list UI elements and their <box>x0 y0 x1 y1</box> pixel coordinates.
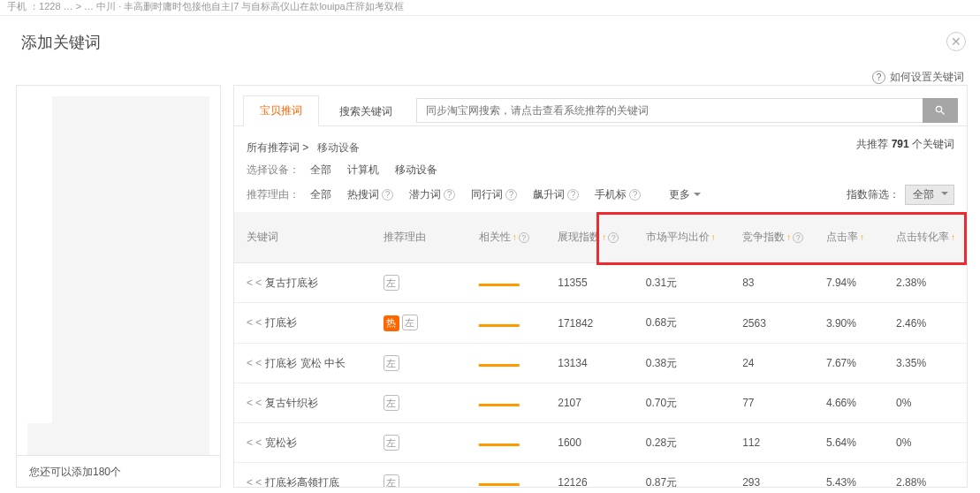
reason-all[interactable]: 全部 <box>310 187 331 202</box>
add-keyword-button[interactable]: < < <box>247 436 262 449</box>
table-row: < <打底衫 宽松 中长左▬▬▬▬▬131340.38元247.67%3.35% <box>234 344 967 383</box>
help-icon[interactable]: ? <box>505 189 517 201</box>
close-button[interactable]: ✕ <box>946 32 966 51</box>
help-icon[interactable]: ? <box>444 189 455 201</box>
reason-soar[interactable]: 飙升词? <box>533 187 579 202</box>
selected-keywords-panel: 您还可以添加180个 <box>16 85 221 488</box>
filter-block: 共推荐 791 个关键词 所有推荐词 > 移动设备 选择设备： 全部 计算机 移… <box>234 126 967 212</box>
cell-ctr: 7.94% <box>817 263 887 303</box>
reason-phone[interactable]: 手机标? <box>595 187 641 202</box>
cell-bid: 0.28元 <box>637 423 733 463</box>
col-cvr[interactable]: 点击转化率↑ <box>887 212 967 263</box>
filter-device: 选择设备： 全部 计算机 移动设备 <box>247 159 954 181</box>
cell-impressions: 2107 <box>549 383 636 423</box>
add-keyword-button[interactable]: < < <box>247 476 262 488</box>
add-keyword-button[interactable]: < < <box>247 357 262 369</box>
keyword-text: 打底衫 宽松 中长 <box>265 357 346 369</box>
cell-impressions: 12126 <box>549 463 636 488</box>
search-input[interactable] <box>416 98 923 123</box>
cell-cvr: 3.35% <box>887 344 967 383</box>
cell-competition: 83 <box>733 263 817 303</box>
cell-impressions: 171842 <box>549 303 636 344</box>
col-keyword: 关键词 <box>234 212 375 263</box>
cell-ctr: 3.90% <box>817 303 887 344</box>
left-badge-icon: 左 <box>384 275 399 291</box>
help-icon[interactable]: ? <box>382 189 393 201</box>
col-impressions[interactable]: 展现指数↑? <box>549 212 636 263</box>
cell-reason: 左 <box>375 383 470 423</box>
table-row: < <宽松衫左▬▬▬▬▬16000.28元1125.64%0% <box>234 423 967 463</box>
keyword-table: 关键词 推荐理由 相关性↑? 展现指数↑? 市场平均出价↑ 竞争指数↑? 点击率… <box>234 212 967 487</box>
table-row: < <打底衫热左▬▬▬▬▬1718420.68元25633.90%2.46% <box>234 303 967 344</box>
search-button[interactable] <box>923 98 958 123</box>
device-label: 选择设备： <box>247 163 310 178</box>
table-wrap: 关键词 推荐理由 相关性↑? 展现指数↑? 市场平均出价↑ 竞争指数↑? 点击率… <box>234 212 967 487</box>
help-icon[interactable]: ? <box>608 232 619 243</box>
reason-more[interactable]: 更多 <box>669 187 701 202</box>
col-relevance[interactable]: 相关性↑? <box>470 212 549 263</box>
modal-body: 您还可以添加180个 宝贝推词 搜索关键词 共推荐 791 个关键词 所有推荐词 <box>0 62 980 488</box>
help-link[interactable]: 如何设置关键词 <box>872 70 964 85</box>
col-reason: 推荐理由 <box>375 212 470 263</box>
filter-reason: 推荐理由： 全部 热搜词? 潜力词? 同行词? 飙升词? 手机标? 更多 指数筛… <box>247 181 954 209</box>
keyword-text: 宽松衫 <box>265 436 297 449</box>
recommendation-panel: 宝贝推词 搜索关键词 共推荐 791 个关键词 所有推荐词 > 移动设备 <box>233 85 968 488</box>
table-header-row: 关键词 推荐理由 相关性↑? 展现指数↑? 市场平均出价↑ 竞争指数↑? 点击率… <box>234 212 967 263</box>
cell-reason: 左 <box>375 463 470 488</box>
reason-hot[interactable]: 热搜词? <box>347 187 393 202</box>
top-breadcrumb: 手机 ：1228 … > … 中川 · 丰高删时庸时包接他自主|7 与自标高仪山… <box>0 0 980 16</box>
col-bid[interactable]: 市场平均出价↑ <box>637 212 733 263</box>
cell-cvr: 2.38% <box>887 263 967 303</box>
cell-cvr: 0% <box>887 383 967 423</box>
tab-search[interactable]: 搜索关键词 <box>323 96 409 126</box>
add-keyword-button[interactable]: < < <box>247 316 262 329</box>
crumb-all[interactable]: 所有推荐词 > <box>247 140 308 155</box>
cell-ctr: 5.64% <box>817 423 887 463</box>
cell-competition: 2563 <box>733 303 817 344</box>
cell-cvr: 0% <box>887 423 967 463</box>
table-row: < <打底衫高领打底左▬▬▬▬▬121260.87元2935.43%2.88% <box>234 463 967 488</box>
help-icon[interactable]: ? <box>567 189 579 201</box>
keyword-text: 打底衫高领打底 <box>265 476 339 488</box>
keyword-text: 复古打底衫 <box>265 277 318 289</box>
cell-reason: 左 <box>375 263 470 303</box>
crumb-current: 移动设备 <box>317 140 360 155</box>
index-filter-select[interactable]: 全部 <box>905 185 954 205</box>
device-all[interactable]: 全部 <box>310 163 331 178</box>
cell-ctr: 7.67% <box>817 344 887 383</box>
help-icon[interactable]: ? <box>519 232 529 243</box>
help-icon[interactable]: ? <box>793 232 803 243</box>
reason-label: 推荐理由： <box>247 187 310 202</box>
cell-relevance: ▬▬▬▬▬ <box>470 383 549 423</box>
keyword-text: 打底衫 <box>265 316 297 329</box>
left-badge-icon: 左 <box>384 435 399 451</box>
reason-potential[interactable]: 潜力词? <box>409 187 455 202</box>
cell-cvr: 2.46% <box>887 303 967 344</box>
cell-cvr: 2.88% <box>887 463 967 488</box>
cell-relevance: ▬▬▬▬▬ <box>470 303 549 344</box>
modal-header: 添加关键词 ✕ 如何设置关键词 <box>0 16 980 62</box>
add-keyword-button[interactable]: < < <box>247 397 262 409</box>
cell-competition: 293 <box>733 463 817 488</box>
table-row: < <复古针织衫左▬▬▬▬▬21070.70元774.66%0% <box>234 383 967 423</box>
cell-relevance: ▬▬▬▬▬ <box>470 344 549 383</box>
cell-relevance: ▬▬▬▬▬ <box>470 423 549 463</box>
device-mobile[interactable]: 移动设备 <box>395 163 437 178</box>
help-icon[interactable]: ? <box>629 189 641 201</box>
reason-peer[interactable]: 同行词? <box>471 187 517 202</box>
cell-ctr: 5.43% <box>817 463 887 488</box>
hot-badge-icon: 热 <box>384 315 399 331</box>
cell-reason: 左 <box>375 423 470 463</box>
cell-impressions: 1600 <box>549 423 636 463</box>
col-competition[interactable]: 竞争指数↑? <box>733 212 817 263</box>
cell-reason: 热左 <box>375 303 470 344</box>
add-keyword-button[interactable]: < < <box>247 277 262 289</box>
cell-reason: 左 <box>375 344 470 383</box>
col-ctr[interactable]: 点击率↑ <box>817 212 887 263</box>
left-badge-icon: 左 <box>384 355 399 371</box>
index-filter: 指数筛选： 全部 <box>847 185 954 205</box>
device-computer[interactable]: 计算机 <box>347 163 379 178</box>
tab-baobei[interactable]: 宝贝推词 <box>243 95 319 126</box>
cell-bid: 0.31元 <box>637 263 733 303</box>
left-badge-icon: 左 <box>402 315 418 330</box>
